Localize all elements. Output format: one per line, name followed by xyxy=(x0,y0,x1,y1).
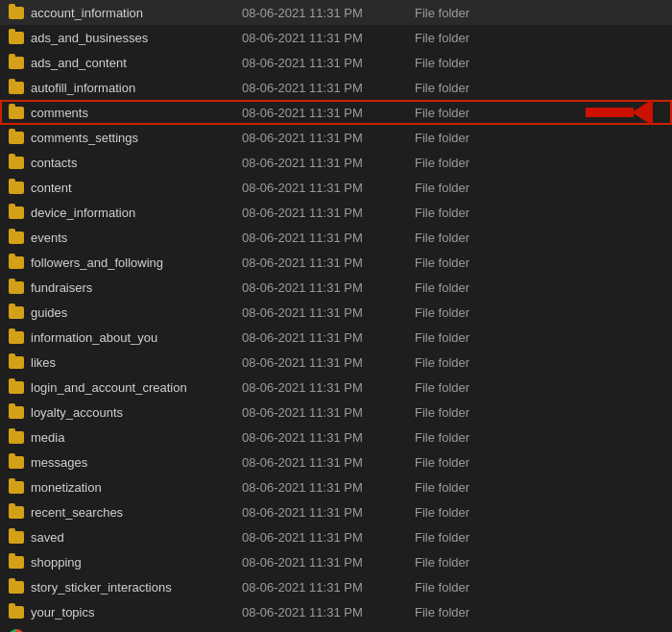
folder-icon xyxy=(9,331,24,344)
file-name: loyalty_accounts xyxy=(31,405,242,420)
table-row[interactable]: your_topics08-06-2021 11:31 PMFile folde… xyxy=(0,599,672,624)
folder-icon xyxy=(9,456,24,469)
table-row[interactable]: events08-06-2021 11:31 PMFile folder xyxy=(0,225,672,250)
file-type: File folder xyxy=(415,255,664,270)
file-type: File folder xyxy=(415,355,664,370)
folder-icon xyxy=(9,32,24,44)
table-row[interactable]: messages08-06-2021 11:31 PMFile folder xyxy=(0,450,672,474)
table-row[interactable]: saved08-06-2021 11:31 PMFile folder xyxy=(0,524,672,549)
file-name: autofill_information xyxy=(31,81,242,95)
table-row[interactable]: comments08-06-2021 11:31 PMFile folder xyxy=(0,100,672,125)
table-row[interactable]: story_sticker_interactions08-06-2021 11:… xyxy=(0,574,672,599)
file-type: File folder xyxy=(415,455,664,470)
file-type: File folder xyxy=(415,555,664,570)
file-date: 08-06-2021 11:31 PM xyxy=(242,81,415,95)
file-date: 08-06-2021 11:31 PM xyxy=(242,6,415,20)
table-row[interactable]: shopping08-06-2021 11:31 PMFile folder xyxy=(0,549,672,574)
folder-icon xyxy=(9,531,24,544)
file-type: File folder xyxy=(415,31,664,45)
file-name: fundraisers xyxy=(31,280,242,295)
file-type: File folder xyxy=(415,6,664,20)
table-row[interactable]: recent_searches08-06-2021 11:31 PMFile f… xyxy=(0,499,672,524)
table-row[interactable]: ads_and_content08-06-2021 11:31 PMFile f… xyxy=(0,50,672,75)
table-row[interactable]: loyalty_accounts08-06-2021 11:31 PMFile … xyxy=(0,400,672,425)
table-row[interactable]: monetization08-06-2021 11:31 PMFile fold… xyxy=(0,474,672,499)
file-name: comments xyxy=(31,106,242,120)
file-name: followers_and_following xyxy=(31,255,242,270)
file-date: 08-06-2021 11:31 PM xyxy=(242,255,415,270)
file-date: 08-06-2021 11:31 PM xyxy=(242,530,415,545)
file-date: 08-06-2021 11:31 PM xyxy=(242,480,415,495)
file-name: contacts xyxy=(31,156,242,170)
file-date: 08-06-2021 11:31 PM xyxy=(242,505,415,520)
folder-icon xyxy=(9,381,24,394)
file-date: 08-06-2021 11:31 PM xyxy=(242,56,415,70)
file-date: 08-06-2021 11:31 PM xyxy=(242,31,415,45)
table-row[interactable]: fundraisers08-06-2021 11:31 PMFile folde… xyxy=(0,275,672,300)
file-date: 08-06-2021 11:31 PM xyxy=(242,156,415,170)
file-type: File folder xyxy=(415,430,664,445)
file-date: 08-06-2021 11:31 PM xyxy=(242,555,415,570)
file-type: File folder xyxy=(415,280,664,295)
file-name: information_about_you xyxy=(31,330,242,345)
folder-icon xyxy=(9,431,24,444)
table-row[interactable]: media08-06-2021 11:31 PMFile folder xyxy=(0,425,672,450)
table-row[interactable]: likes08-06-2021 11:31 PMFile folder xyxy=(0,350,672,375)
file-type: File folder xyxy=(415,181,664,195)
file-type: File folder xyxy=(415,206,664,220)
file-type: File folder xyxy=(415,156,664,170)
file-date: 08-06-2021 11:31 PM xyxy=(242,231,415,245)
file-date: 08-06-2021 11:31 PM xyxy=(242,181,415,195)
file-name: comments_settings xyxy=(31,131,242,145)
highlight-arrow xyxy=(586,99,653,126)
folder-icon xyxy=(9,306,24,319)
file-date: 08-06-2021 11:31 PM xyxy=(242,580,415,595)
table-row[interactable]: content08-06-2021 11:31 PMFile folder xyxy=(0,175,672,200)
file-date: 08-06-2021 11:31 PM xyxy=(242,280,415,295)
file-type: File folder xyxy=(415,505,664,520)
file-date: 08-06-2021 11:31 PM xyxy=(242,355,415,370)
table-row[interactable]: login_and_account_creation08-06-2021 11:… xyxy=(0,375,672,400)
file-name: recent_searches xyxy=(31,505,242,520)
file-type: File folder xyxy=(415,605,664,620)
file-name: monetization xyxy=(31,480,242,495)
file-name: messages xyxy=(31,455,242,470)
file-type: File folder xyxy=(415,330,664,345)
folder-icon xyxy=(9,231,24,244)
folder-icon xyxy=(9,132,24,144)
file-type: File folder xyxy=(415,480,664,495)
file-name: saved xyxy=(31,530,242,545)
file-name: shopping xyxy=(31,555,242,570)
table-row[interactable]: contacts08-06-2021 11:31 PMFile folder xyxy=(0,150,672,175)
file-type: File folder xyxy=(415,231,664,245)
table-row[interactable]: index08-06-2021 11:31 PMChrome HTML Do..… xyxy=(0,624,672,632)
table-row[interactable]: information_about_you08-06-2021 11:31 PM… xyxy=(0,325,672,350)
file-name: ads_and_content xyxy=(31,56,242,70)
file-name: likes xyxy=(31,355,242,370)
table-row[interactable]: account_information08-06-2021 11:31 PMFi… xyxy=(0,0,672,25)
file-date: 08-06-2021 11:31 PM xyxy=(242,430,415,445)
file-date: 08-06-2021 11:31 PM xyxy=(242,305,415,320)
folder-icon xyxy=(9,556,24,569)
file-name: account_information xyxy=(31,6,242,20)
file-type: File folder xyxy=(415,305,664,320)
table-row[interactable]: ads_and_businesses08-06-2021 11:31 PMFil… xyxy=(0,25,672,50)
folder-icon xyxy=(9,606,24,619)
folder-icon xyxy=(9,57,24,69)
folder-icon xyxy=(9,107,24,119)
folder-icon xyxy=(9,406,24,419)
table-row[interactable]: comments_settings08-06-2021 11:31 PMFile… xyxy=(0,125,672,150)
file-date: 08-06-2021 11:31 PM xyxy=(242,605,415,620)
table-row[interactable]: device_information08-06-2021 11:31 PMFil… xyxy=(0,200,672,225)
folder-icon xyxy=(9,581,24,594)
file-name: media xyxy=(31,430,242,445)
folder-icon xyxy=(9,481,24,494)
table-row[interactable]: autofill_information08-06-2021 11:31 PMF… xyxy=(0,75,672,100)
file-date: 08-06-2021 11:31 PM xyxy=(242,106,415,120)
table-row[interactable]: guides08-06-2021 11:31 PMFile folder xyxy=(0,300,672,325)
table-row[interactable]: followers_and_following08-06-2021 11:31 … xyxy=(0,250,672,275)
file-list: account_information08-06-2021 11:31 PMFi… xyxy=(0,0,672,632)
file-date: 08-06-2021 11:31 PM xyxy=(242,131,415,145)
folder-icon xyxy=(9,281,24,294)
file-name: your_topics xyxy=(31,605,242,620)
